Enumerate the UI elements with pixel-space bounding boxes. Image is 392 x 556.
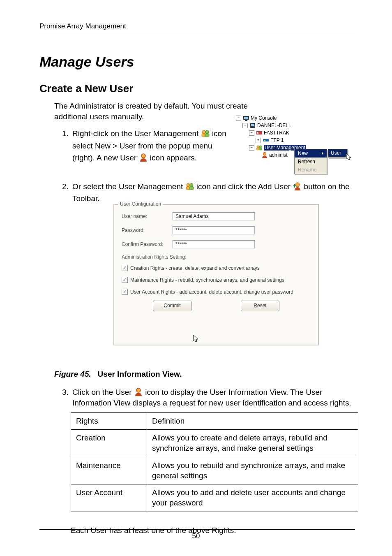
expander-icon: + xyxy=(256,138,261,143)
expander-icon: − xyxy=(236,116,241,121)
figure-title: User Information View. xyxy=(98,370,182,378)
step-2-text-b: icon and click the Add User xyxy=(196,182,293,191)
cell: Allows you to rebuild and synchronize ar… xyxy=(147,457,358,484)
table-row: Creation Allows you to create and delete… xyxy=(71,430,358,457)
groupbox-label: User Configuration xyxy=(118,201,163,207)
menu-item-user: User xyxy=(328,149,347,157)
checkbox-icon: ✓ xyxy=(122,277,128,283)
rights-table: Rights Definition Creation Allows you to… xyxy=(71,412,358,512)
password-field: ****** xyxy=(173,226,255,234)
table-header-rights: Rights xyxy=(71,412,147,430)
step-2-text-a: Or select the User Management xyxy=(72,182,185,191)
footer-rule xyxy=(39,529,355,530)
tree-node-host: DANNEL-DELL xyxy=(257,123,291,128)
page-title-h1: Manage Users xyxy=(39,54,355,70)
cell: Maintenance xyxy=(71,457,147,484)
menu-item-refresh: Refresh xyxy=(295,158,327,166)
maintenance-rights-checkbox: ✓ Maintenance Rights - rebuild, synchron… xyxy=(122,277,318,283)
cursor-icon xyxy=(193,335,199,344)
expander-icon: − xyxy=(242,123,248,128)
commit-button: Commit xyxy=(153,301,191,311)
tree-node-channel: FTP 1 xyxy=(270,137,284,143)
menu-item-label: New xyxy=(298,151,308,156)
menu-item-new: New xyxy=(295,149,327,158)
channel-icon xyxy=(263,137,269,144)
reset-button: Reset xyxy=(241,301,279,311)
step-3: Click on the User icon to display the Us… xyxy=(71,387,355,408)
checkbox-icon: ✓ xyxy=(122,289,128,295)
user-management-icon xyxy=(256,144,263,151)
user-config-dialog-screenshot: User Configuration User name: Samuel Ada… xyxy=(113,204,319,345)
step-1-text-c: icon appears. xyxy=(150,153,197,162)
confirm-password-field: ****** xyxy=(173,240,255,248)
table-header-definition: Definition xyxy=(147,412,358,430)
confirm-password-label: Confirm Password: xyxy=(122,241,173,247)
tree-node-root: My Console xyxy=(251,115,277,121)
button-label: ommit xyxy=(167,303,181,308)
add-user-icon xyxy=(293,182,302,191)
cell: Allows you to add and delete user accoun… xyxy=(147,484,358,512)
rights-section-header: Administration Rights Setting: xyxy=(122,254,318,260)
checkbox-icon: ✓ xyxy=(122,265,128,271)
user-icon xyxy=(139,153,148,162)
expander-icon: − xyxy=(249,130,254,136)
cursor-icon xyxy=(346,153,352,160)
tree-screenshot: −My Console −DANNEL-DELL −FASTTRAK +FTP … xyxy=(236,114,306,159)
cell: Allows you to create and delete arrays, … xyxy=(147,430,358,457)
controller-icon xyxy=(256,130,263,136)
checkbox-label: Creation Rights - create, delete, expand… xyxy=(130,265,260,271)
expander-icon: − xyxy=(249,145,254,151)
context-submenu: User xyxy=(328,149,348,158)
password-label: Password: xyxy=(122,227,173,233)
step-1-text-a: Right-click on the User Management xyxy=(72,129,201,138)
figure-number: Figure 45. xyxy=(54,370,91,378)
step-1: Right-click on the User Management icon … xyxy=(71,127,237,164)
page-title-h2: Create a New User xyxy=(39,82,355,95)
checkbox-label: Maintenance Rights - rebuild, synchroniz… xyxy=(130,277,284,283)
page-number: 50 xyxy=(0,532,392,540)
user-management-icon xyxy=(185,182,194,191)
cell: User Account xyxy=(71,484,147,512)
host-icon xyxy=(249,122,256,129)
tree-node-user: administ xyxy=(269,152,288,158)
user-account-rights-checkbox: ✓ User Account Rights - add account, del… xyxy=(122,289,318,295)
user-management-icon xyxy=(201,129,210,138)
context-menu: New Refresh Rename xyxy=(294,149,327,174)
figure-caption: Figure 45. User Information View. xyxy=(54,370,355,379)
step-2: Or select the User Management icon and c… xyxy=(71,181,355,205)
username-label: User name: xyxy=(122,213,173,219)
tree-node-controller: FASTTRAK xyxy=(264,130,289,136)
running-header: Promise Array Management xyxy=(39,22,355,34)
creation-rights-checkbox: ✓ Creation Rights - create, delete, expa… xyxy=(122,265,318,271)
table-row: Maintenance Allows you to rebuild and sy… xyxy=(71,457,358,484)
submenu-arrow-icon xyxy=(322,152,323,155)
table-row: User Account Allows you to add and delet… xyxy=(71,484,358,512)
button-label: eset xyxy=(257,303,267,308)
user-icon xyxy=(261,152,268,158)
user-icon xyxy=(134,387,143,396)
checkbox-label: User Account Rights - add account, delet… xyxy=(130,289,293,295)
username-field: Samuel Adams xyxy=(173,212,255,220)
cell: Creation xyxy=(71,430,147,457)
console-icon xyxy=(243,115,249,121)
menu-item-rename: Rename xyxy=(295,166,327,174)
